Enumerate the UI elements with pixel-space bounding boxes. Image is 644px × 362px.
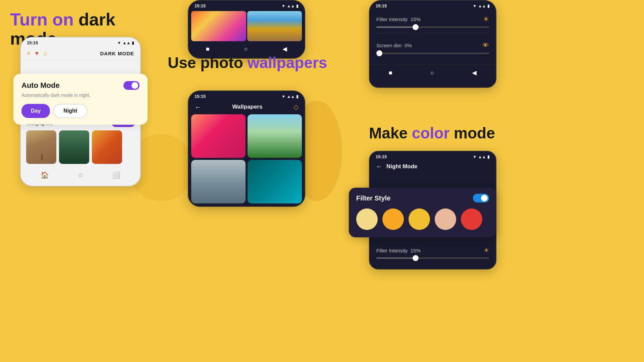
stop-icon[interactable]: ■: [206, 46, 210, 53]
home-circle-icon[interactable]: ○: [244, 46, 248, 53]
status-icons-color: ▼ ▲▲ ▮: [473, 155, 490, 159]
photo-icon[interactable]: ⬜: [112, 171, 120, 179]
wifi-icon: ▼: [117, 41, 121, 45]
make-text: Make: [369, 124, 412, 142]
filter-intensity-section: Filter Intensity 15% ☀: [370, 10, 496, 42]
signal-icon-color: ▲▲: [478, 155, 486, 159]
color-circle-2[interactable]: [382, 208, 404, 230]
filter-sun-icon: ☀: [483, 15, 489, 23]
phone-center-wallpapers: 15:15 ▼ ▲▲ ▮ ← Wallpapers ◇: [188, 90, 305, 207]
wallpaper-mountains[interactable]: [248, 114, 302, 158]
left-section: Turn on dark mode 15:15 ▼ ▲▲ ▮ ≡ ♥ ◇ DAR…: [0, 0, 161, 362]
auto-mode-card: Auto Mode Automatically dark mode in nig…: [13, 74, 148, 125]
headline-use-photo: Use photo: [168, 54, 248, 71]
day-button[interactable]: Day: [21, 104, 50, 118]
dark-mode-label: DARK MODE: [100, 51, 135, 56]
color-circles: [356, 208, 489, 230]
screen-dim-slider[interactable]: [376, 53, 489, 54]
color-circle-1[interactable]: [356, 208, 378, 230]
fib-slider[interactable]: [376, 257, 489, 259]
phone-right-nav: ■ ○ ◀: [370, 65, 496, 80]
auto-mode-header: Auto Mode: [21, 81, 140, 90]
filter-intensity-slider[interactable]: [376, 26, 489, 28]
statusbar-right-top: 15:15 ▼ ▲▲ ▮: [370, 1, 496, 10]
headline-highlight: Turn on: [10, 10, 74, 29]
headline-wallpapers-highlight: wallpapers: [248, 54, 327, 71]
back-icon[interactable]: ◀: [282, 45, 287, 53]
fib-slider-thumb[interactable]: [413, 255, 419, 261]
home-icon[interactable]: 🏠: [41, 171, 49, 179]
phone-nav-bottom: 🏠 ☆ ⬜: [26, 167, 135, 180]
gem-icon[interactable]: ◇: [43, 50, 47, 57]
wallpaper-grid-main: [189, 114, 305, 206]
wifi-icon-color: ▼: [473, 155, 477, 159]
wifi-icon-wp: ▼: [281, 94, 285, 99]
signal-icon: ▲▲: [122, 41, 130, 45]
wallpapers-section: Wallpapers View all: [26, 119, 135, 164]
divider: [376, 33, 489, 34]
statusbar-wallpapers: 15:15 ▼ ▲▲ ▮: [189, 91, 305, 100]
filter-style-toggle[interactable]: [473, 194, 489, 202]
phone-right-top: 15:15 ▼ ▲▲ ▮ Filter Intensity 15% ☀: [369, 0, 496, 88]
night-mode-navbar: ← Night Mode: [370, 161, 496, 175]
wallpaper-desert[interactable]: [26, 130, 56, 164]
heart-icon[interactable]: ♥: [35, 50, 39, 57]
wallpaper-grid-top: [189, 10, 305, 41]
slider-thumb-dim[interactable]: [376, 50, 382, 56]
battery-icon-ct: ▮: [296, 4, 299, 8]
status-icons-ct: ▼ ▲▲ ▮: [281, 4, 299, 8]
wallpaper-clouds[interactable]: [191, 114, 246, 158]
fs-header: Filter Style: [356, 194, 489, 202]
home-circle-icon-right[interactable]: ○: [430, 69, 434, 76]
status-time-color: 15:15: [376, 154, 387, 159]
wallpaper-fire[interactable]: [191, 11, 246, 41]
color-circle-3[interactable]: [409, 208, 430, 230]
wallpaper-flower[interactable]: [92, 130, 122, 164]
wallpaper-field[interactable]: [59, 130, 89, 164]
battery-icon-color: ▮: [487, 155, 490, 159]
wifi-icon-ct: ▼: [281, 4, 285, 8]
status-time-left: 15:15: [27, 40, 38, 45]
fib-label: Filter Intensity 15%: [376, 248, 421, 253]
battery-icon-rt: ▮: [487, 4, 490, 8]
day-night-buttons: Day Night: [21, 104, 140, 118]
battery-icon-wp: ▮: [296, 94, 299, 99]
auto-mode-desc: Automatically dark mode in night.: [21, 93, 140, 98]
status-icons-rt: ▼ ▲▲ ▮: [473, 4, 490, 8]
headline-wallpapers: Use photo wallpapers: [168, 54, 327, 72]
headline-color-mode: Make color mode: [369, 124, 495, 142]
signal-icon-wp: ▲▲: [287, 94, 295, 99]
filter-intensity-bottom: Filter Intensity 15% ☀: [370, 242, 496, 269]
color-circle-4[interactable]: [435, 208, 456, 230]
statusbar-left: 15:15 ▼ ▲▲ ▮: [21, 38, 140, 47]
center-section: 15:15 ▼ ▲▲ ▮ ■ ○ ◀ Use photo wallpapers …: [161, 0, 349, 362]
stop-icon-right[interactable]: ■: [389, 69, 392, 76]
battery-icon: ▮: [132, 41, 134, 45]
wallpaper-beach[interactable]: [247, 11, 302, 41]
color-circle-5[interactable]: [461, 208, 482, 230]
star-icon[interactable]: ☆: [77, 171, 84, 179]
fib-sun-icon: ☀: [484, 247, 489, 254]
night-back-icon[interactable]: ←: [376, 163, 382, 170]
fib-row: Filter Intensity 15% ☀: [376, 247, 489, 254]
night-mode-title: Night Mode: [386, 163, 418, 170]
screen-dim-row: Screen dim 0% 👁: [376, 42, 489, 49]
navbar-icons: ≡ ♥ ◇: [27, 50, 47, 57]
screen-dim-section: Screen dim 0% 👁: [370, 42, 496, 65]
right-section: 15:15 ▼ ▲▲ ▮ Filter Intensity 15% ☀: [349, 0, 644, 362]
back-icon-right[interactable]: ◀: [472, 69, 477, 76]
filter-style-card: Filter Style: [349, 188, 496, 237]
menu-icon[interactable]: ≡: [27, 50, 31, 57]
color-highlight: color: [412, 124, 449, 142]
slider-thumb-intensity[interactable]: [413, 24, 419, 30]
auto-mode-toggle[interactable]: [123, 81, 140, 90]
filter-intensity-label: Filter Intensity 15%: [376, 16, 421, 22]
wallpaper-building[interactable]: [191, 160, 246, 203]
wallpaper-water[interactable]: [248, 160, 302, 203]
back-arrow-icon[interactable]: ←: [195, 103, 201, 111]
status-time-ct: 15:15: [195, 3, 206, 8]
wallpapers-nav-title: Wallpapers: [232, 104, 262, 110]
wallpapers-gem-icon: ◇: [293, 103, 299, 111]
night-button[interactable]: Night: [53, 104, 87, 118]
wallpaper-thumbs: [26, 130, 135, 164]
